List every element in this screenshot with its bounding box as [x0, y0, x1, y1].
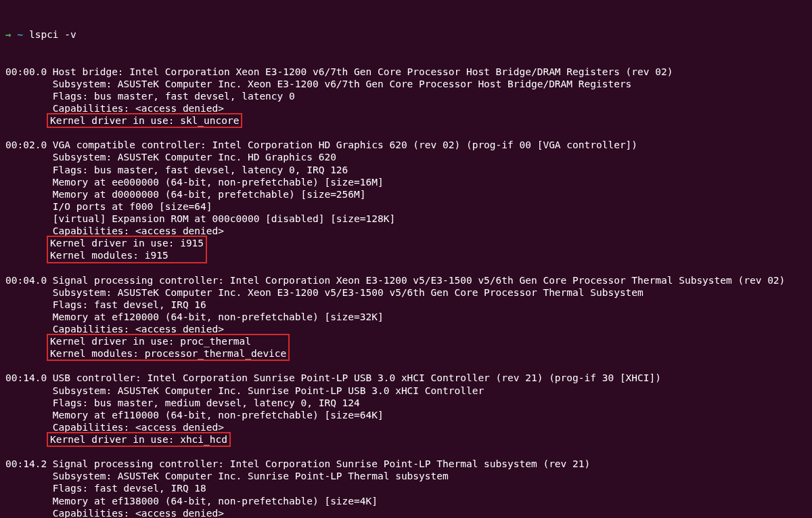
- kernel-driver-highlight: Kernel driver in use: skl_uncore: [47, 113, 242, 128]
- prompt-line[interactable]: → ~ lspci -v: [5, 28, 807, 41]
- device-detail-line: Flags: bus master, fast devsel, latency …: [5, 90, 807, 102]
- device-header: 00:14.0 USB controller: Intel Corporatio…: [5, 372, 807, 384]
- prompt-path: ~: [12, 29, 29, 40]
- device-header: 00:02.0 VGA compatible controller: Intel…: [5, 139, 807, 151]
- highlight-line: Kernel driver in use: xhci_hcd: [50, 434, 227, 445]
- device-detail-line: Subsystem: ASUSTeK Computer Inc. Xeon E3…: [5, 286, 807, 299]
- highlight-line: Kernel modules: i915: [50, 250, 204, 261]
- device-detail-line: Memory at ee000000 (64-bit, non-prefetch…: [5, 176, 807, 188]
- kernel-driver-highlight: Kernel driver in use: i915Kernel modules…: [47, 236, 207, 263]
- blank-line: [5, 360, 807, 372]
- highlight-line: Kernel driver in use: skl_uncore: [50, 115, 239, 126]
- command-text: lspci -v: [29, 29, 76, 40]
- prompt-arrow-icon: →: [5, 29, 12, 40]
- highlight-wrapper: Kernel driver in use: i915Kernel modules…: [5, 237, 807, 261]
- highlight-line: Kernel driver in use: i915: [50, 238, 204, 249]
- kernel-driver-highlight: Kernel driver in use: proc_thermal Kerne…: [47, 334, 290, 361]
- device-detail-line: Memory at ef120000 (64-bit, non-prefetch…: [5, 311, 807, 323]
- device-detail-line: Memory at ef110000 (64-bit, non-prefetch…: [5, 409, 807, 421]
- device-detail-line: Capabilities: <access denied>: [5, 507, 807, 518]
- blank-line: [5, 262, 807, 274]
- device-header: 00:04.0 Signal processing controller: In…: [5, 274, 807, 286]
- highlight-line: Kernel modules: processor_thermal_device: [50, 348, 286, 359]
- blank-line: [5, 446, 807, 458]
- terminal-output: → ~ lspci -v 00:00.0 Host bridge: Intel …: [0, 0, 812, 518]
- device-detail-line: Memory at d0000000 (64-bit, prefetchable…: [5, 188, 807, 200]
- highlight-wrapper: Kernel driver in use: xhci_hcd: [5, 433, 807, 446]
- kernel-driver-highlight: Kernel driver in use: xhci_hcd: [47, 432, 231, 447]
- device-detail-line: Subsystem: ASUSTeK Computer Inc. Xeon E3…: [5, 78, 807, 90]
- device-detail-line: Subsystem: ASUSTeK Computer Inc. Sunrise…: [5, 385, 807, 397]
- device-detail-line: Flags: fast devsel, IRQ 18: [5, 482, 807, 494]
- device-detail-line: Subsystem: ASUSTeK Computer Inc. HD Grap…: [5, 151, 807, 163]
- device-header: 00:14.2 Signal processing controller: In…: [5, 458, 807, 470]
- highlight-line: Kernel driver in use: proc_thermal: [50, 336, 286, 347]
- lspci-output: 00:00.0 Host bridge: Intel Corporation X…: [5, 66, 807, 518]
- blank-line: [5, 127, 807, 139]
- device-detail-line: Flags: bus master, fast devsel, latency …: [5, 164, 807, 176]
- device-header: 00:00.0 Host bridge: Intel Corporation X…: [5, 66, 807, 78]
- device-detail-line: Flags: fast devsel, IRQ 16: [5, 299, 807, 311]
- device-detail-line: I/O ports at f000 [size=64]: [5, 200, 807, 213]
- highlight-wrapper: Kernel driver in use: skl_uncore: [5, 114, 807, 127]
- highlight-wrapper: Kernel driver in use: proc_thermal Kerne…: [5, 335, 807, 360]
- device-detail-line: Flags: bus master, medium devsel, latenc…: [5, 397, 807, 409]
- device-detail-line: Subsystem: ASUSTeK Computer Inc. Sunrise…: [5, 470, 807, 482]
- device-detail-line: Memory at ef138000 (64-bit, non-prefetch…: [5, 495, 807, 507]
- device-detail-line: [virtual] Expansion ROM at 000c0000 [dis…: [5, 213, 807, 225]
